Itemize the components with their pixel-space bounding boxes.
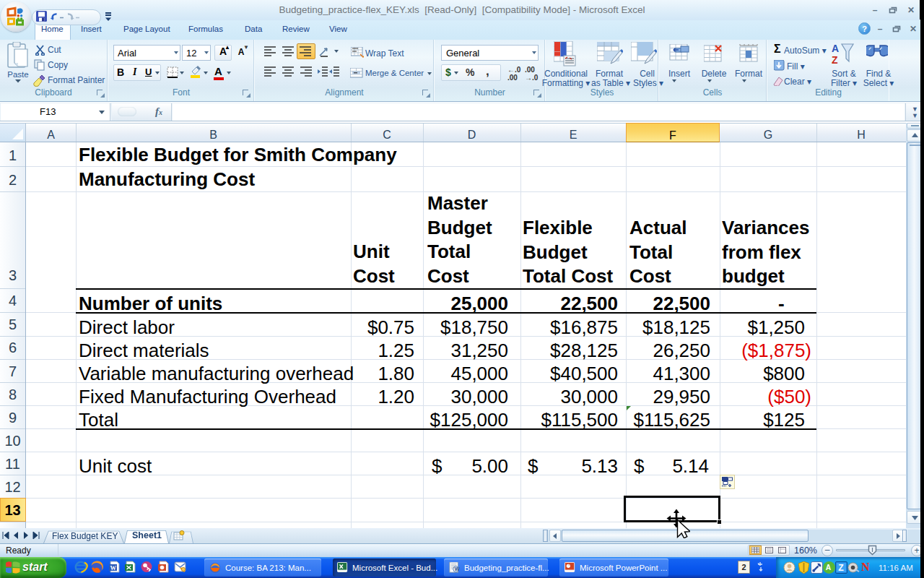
svg-text:W: W — [455, 566, 460, 571]
svg-text:A: A — [832, 43, 839, 54]
svg-text:W: W — [110, 564, 117, 571]
svg-text:A: A — [826, 564, 832, 571]
svg-text:Z: Z — [838, 563, 844, 573]
svg-text:Z: Z — [832, 54, 838, 66]
